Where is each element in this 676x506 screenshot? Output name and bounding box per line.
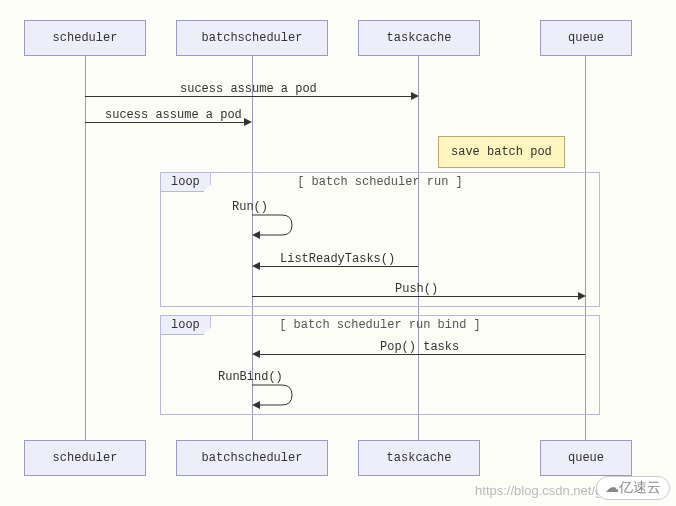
logo-text: 亿速云 [619,479,661,495]
message-label: Pop() tasks [380,340,459,354]
participant-batchscheduler-top: batchscheduler [176,20,328,56]
svg-marker-1 [252,401,260,409]
self-message-icon [252,212,302,242]
message-arrow [260,354,585,355]
message-label: sucess assume a pod [105,108,242,122]
loop-title: [ batch scheduler run bind ] [161,318,599,332]
message-label: Push() [395,282,438,296]
message-arrow [260,266,418,267]
loop-fragment-run: loop [ batch scheduler run ] [160,172,600,307]
participant-scheduler-bottom: scheduler [24,440,146,476]
message-label: ListReadyTasks() [280,252,395,266]
watermark-text: https://blog.csdn.net/gith [475,483,616,498]
participant-batchscheduler-bottom: batchscheduler [176,440,328,476]
svg-marker-0 [252,231,260,239]
message-arrow [85,122,244,123]
message-label: sucess assume a pod [180,82,317,96]
arrow-head-icon [244,118,252,126]
participant-label: batchscheduler [202,31,303,45]
participant-label: taskcache [387,31,452,45]
participant-taskcache-bottom: taskcache [358,440,480,476]
arrow-head-icon [411,92,419,100]
participant-label: scheduler [53,31,118,45]
cloud-icon: ☁ [605,479,619,495]
participant-taskcache-top: taskcache [358,20,480,56]
message-arrow [252,296,578,297]
participant-label: queue [568,451,604,465]
participant-label: scheduler [53,451,118,465]
lifeline-scheduler [85,50,86,456]
message-arrow [85,96,411,97]
participant-scheduler-top: scheduler [24,20,146,56]
sequence-diagram: scheduler batchscheduler taskcache queue… [0,0,676,506]
note-box: save batch pod [438,136,565,168]
participant-queue-top: queue [540,20,632,56]
arrow-head-icon [578,292,586,300]
loop-fragment-runbind: loop [ batch scheduler run bind ] [160,315,600,415]
self-message-icon [252,382,302,412]
note-text: save batch pod [451,145,552,159]
logo-badge: ☁亿速云 [596,476,670,500]
participant-queue-bottom: queue [540,440,632,476]
participant-label: taskcache [387,451,452,465]
loop-title: [ batch scheduler run ] [161,175,599,189]
participant-label: batchscheduler [202,451,303,465]
arrow-head-icon [252,350,260,358]
arrow-head-icon [252,262,260,270]
participant-label: queue [568,31,604,45]
